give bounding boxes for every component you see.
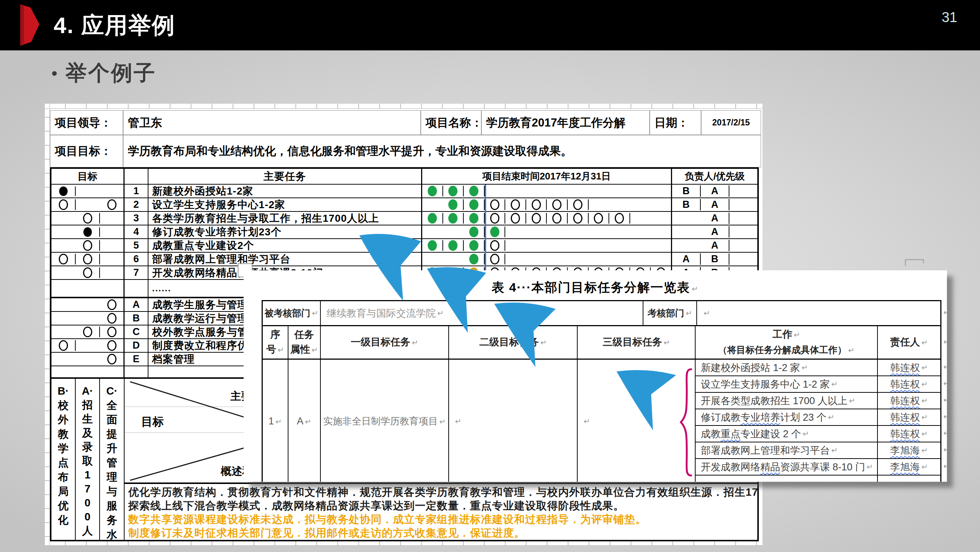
work-item: 开展各类型成教招生 1700 人以上↵: [695, 393, 877, 409]
work-item: 设立学生支持服务中心 1-2 家↵: [695, 376, 877, 393]
responsible-column: 韩连权↵ 韩连权↵ 韩连权↵ 韩连权↵ 韩连权↵ 李旭海↵ 李旭海↵: [878, 360, 940, 482]
status-circle-open: [76, 213, 100, 223]
status-circle-open: [100, 299, 124, 310]
end-of-row-mark: ↵: [943, 308, 947, 317]
row-num: A: [124, 298, 148, 311]
level2-cell: ↵: [449, 360, 578, 482]
goal-value: 学历教育布局和专业结构优化，信息化服务和管理水平提升，专业和资源建设取得成果。: [123, 135, 761, 168]
responsible-name: 韩连权↵: [878, 393, 940, 409]
task-text: 部署成教网上管理和学习平台: [148, 253, 422, 265]
goal-cells: [51, 239, 124, 252]
timeline-cells: [422, 185, 672, 198]
status-dot-green: [485, 227, 506, 237]
timeline-cells: [422, 253, 672, 265]
project-goal-row: 项目目标： 学历教育布局和专业结构优化，信息化服务和管理水平提升，专业和资源建设…: [50, 135, 761, 168]
end-of-row-mark: ↵: [943, 412, 947, 421]
project-info-row: 项目领导： 管卫东 项目名称： 学历教育2017年度工作分解 日期： 2017/…: [50, 110, 761, 135]
assessed-dept-label: 被考核部门↵: [263, 301, 321, 325]
status-circle-open: [100, 199, 124, 210]
owner-priority-cell: B: [701, 254, 729, 265]
owner-priority-cell: A: [701, 226, 729, 238]
red-banner-icon: [20, 4, 42, 47]
status-circle-open: [505, 213, 526, 223]
assessed-dept-value: 继续教育与国际交流学院↵: [321, 301, 643, 325]
status-dot-green: [422, 240, 443, 251]
goal-cells: [51, 353, 124, 365]
owner-priority-cell: A: [672, 254, 701, 265]
status-circle-open: [100, 354, 124, 364]
end-of-row-mark: ↵: [943, 461, 947, 471]
page-number: 31: [942, 10, 957, 26]
status-circle-open: [526, 199, 547, 210]
overlay-table: 被考核部门↵ 继续教育与国际交流学院↵ 考核部门↵ ↵ 序 号↵: [262, 300, 942, 482]
status-circle-open: [51, 254, 76, 265]
attr-cell: A↵: [288, 360, 321, 482]
status-dot-green: [464, 227, 485, 237]
status-dot-green: [464, 240, 485, 251]
selection-corner-mark: [905, 258, 924, 266]
bullet-text: 举个例子: [65, 59, 156, 88]
status-circle-open: [485, 254, 506, 265]
row-num: 5: [124, 239, 148, 252]
leader-label: 项目领导：: [50, 110, 123, 135]
seq-cell: 1↵: [263, 360, 288, 482]
timeline-cells: [422, 198, 672, 211]
goal-cells: [51, 198, 124, 211]
status-circle-open: [485, 213, 506, 223]
status-circle-open: [568, 213, 589, 223]
responsible-name: 韩连权↵: [878, 409, 940, 426]
status-circle-open: [100, 327, 124, 337]
gridline-ticks-left: [45, 104, 50, 546]
work-items-column: 新建校外函授站 1-2 家↵ 设立学生支持服务中心 1-2 家↵ 开展各类型成教…: [695, 360, 878, 482]
status-circle-open: [547, 213, 568, 223]
status-dot-green: [443, 240, 464, 251]
end-of-row-mark: ↵: [943, 379, 947, 388]
work-item: 开发成教网络精品资源共享课 8-10 门↵: [695, 459, 877, 475]
owner-cells: A: [672, 225, 757, 238]
row-num: [124, 366, 148, 377]
work-item: 新建校外函授站 1-2 家↵: [695, 360, 877, 376]
header-timeline: 项目结束时间2017年12月31日: [422, 169, 672, 184]
row-num: C: [124, 325, 148, 338]
summary-line-2: 探索线上线下混合教学模式．成教网络精品资源共享课达到一定数量．重点专业建设取得阶…: [128, 499, 757, 513]
status-circle-open: [76, 327, 100, 337]
timeline-cells: [422, 239, 672, 252]
task-table-header: 目标 主要任务 项目结束时间2017年12月31日 负责人/优先级: [51, 169, 757, 185]
work-item: 部署成教网上管理和学习平台↵: [695, 442, 877, 459]
owner-cells: A: [672, 212, 757, 225]
date-value: 2017/2/15: [701, 110, 761, 135]
status-circle-open: [485, 240, 506, 251]
goal-cells: [51, 225, 124, 238]
task-row-4: 4 修订成教专业培养计划23个 A: [51, 225, 757, 239]
goal-cells: [51, 185, 124, 198]
owner-cells: BA: [672, 185, 757, 198]
row-num: D: [124, 339, 148, 352]
goal-cells: [51, 339, 124, 352]
row-num: 1: [124, 185, 148, 198]
task-text: 修订成教专业培养计划23个: [148, 225, 422, 238]
responsible-name: 韩连权↵: [878, 376, 940, 393]
timeline-cells: [422, 225, 672, 238]
status-circle-open: [526, 213, 547, 223]
page-title: 4. 应用举例: [54, 0, 175, 50]
status-circle-open: [485, 199, 506, 210]
project-name-label: 项目名称：: [421, 110, 481, 135]
date-label: 日期：: [650, 110, 701, 135]
status-dot-green: [464, 186, 485, 196]
task-row-2: 2 设立学生支持服务中心1-2家 BA: [51, 198, 757, 212]
end-of-row-mark: ↵: [943, 428, 947, 438]
goal-cells: [51, 366, 124, 377]
responsible-name: 韩连权↵: [878, 426, 940, 442]
row-num: E: [124, 353, 148, 365]
owner-priority-cell: A: [701, 199, 729, 211]
summary-line-1: 优化学历教育结构．贯彻教育方针和文件精神．规范开展各类学历教育教学和管理．与校内…: [128, 485, 757, 499]
status-dot-green: [464, 199, 485, 210]
gridline-ticks-top: [45, 104, 762, 109]
header-num: [124, 169, 148, 184]
work-item: 修订成教专业培养计划 23 个↵: [695, 409, 877, 426]
goal-cells: [51, 266, 124, 279]
paragraph-mark: ↵: [692, 285, 699, 293]
owner-priority-cell: A: [701, 185, 729, 197]
status-circle-open: [505, 199, 526, 210]
status-circle-open: [547, 199, 568, 210]
